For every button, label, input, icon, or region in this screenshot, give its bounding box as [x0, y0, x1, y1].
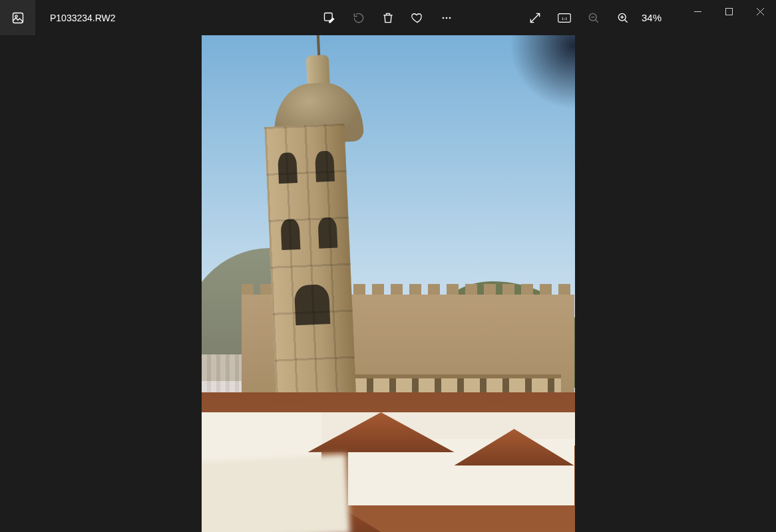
- fullscreen-button[interactable]: [520, 3, 550, 33]
- svg-point-5: [449, 17, 451, 19]
- maximize-icon: [725, 8, 733, 15]
- gallery-icon: [11, 11, 25, 25]
- photo-content: [202, 35, 575, 532]
- fullscreen-icon: [528, 11, 542, 25]
- window-close-button[interactable]: [745, 0, 776, 23]
- delete-button[interactable]: [373, 3, 403, 33]
- rotate-button[interactable]: [344, 3, 373, 33]
- window-controls: [682, 0, 776, 23]
- actual-size-icon: 1:1: [558, 11, 571, 25]
- svg-text:1:1: 1:1: [561, 15, 568, 21]
- more-icon: [440, 11, 453, 25]
- edit-image-icon: [323, 11, 336, 25]
- heart-icon: [411, 11, 424, 25]
- file-name: P1033234.RW2: [50, 13, 116, 23]
- close-icon: [757, 8, 764, 15]
- svg-point-4: [446, 17, 448, 19]
- more-button[interactable]: [432, 3, 461, 33]
- window-maximize-button[interactable]: [713, 0, 745, 23]
- zoom-level[interactable]: 34%: [642, 12, 662, 23]
- rotate-icon: [352, 11, 365, 25]
- zoom-out-icon: [587, 11, 600, 25]
- favorite-button[interactable]: [403, 3, 432, 33]
- app-gallery-button[interactable]: [0, 0, 35, 35]
- svg-rect-0: [13, 13, 23, 23]
- svg-rect-10: [726, 8, 733, 15]
- svg-point-1: [15, 15, 17, 17]
- minimize-icon: [694, 8, 701, 15]
- zoom-out-button[interactable]: [579, 3, 608, 33]
- zoom-in-button[interactable]: [608, 3, 638, 33]
- zoom-in-icon: [616, 11, 630, 25]
- title-bar: P1033234.RW2: [0, 0, 776, 35]
- window-minimize-button[interactable]: [682, 0, 713, 23]
- delete-icon: [381, 11, 395, 25]
- toolbar-center: [315, 0, 461, 35]
- edit-image-button[interactable]: [315, 3, 344, 33]
- actual-size-button[interactable]: 1:1: [550, 3, 579, 33]
- image-viewport[interactable]: [0, 35, 776, 532]
- svg-point-3: [443, 17, 445, 19]
- toolbar-right: 1:1 34%: [520, 0, 664, 35]
